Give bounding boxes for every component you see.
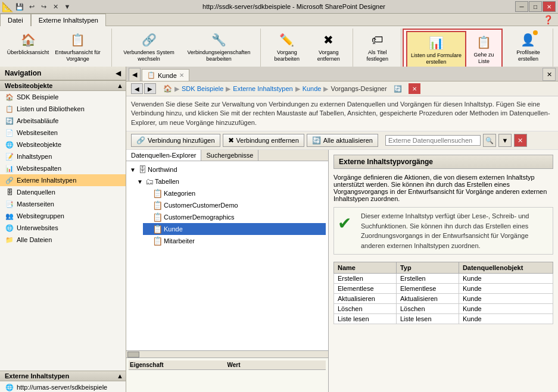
- search-btn[interactable]: 🔍: [483, 134, 496, 147]
- verbindungseig-btn[interactable]: 🔧 Verbindungseigenschaften bearbeiten: [182, 29, 255, 64]
- alle-aktualisieren-btn[interactable]: 🔄 Alle aktualisieren: [307, 134, 378, 147]
- profilseite-btn[interactable]: 👤 Profilseite erstellen: [509, 29, 548, 64]
- verbindung-hinzufuegen-btn[interactable]: 🔗 Verbindung hinzufügen: [131, 134, 220, 147]
- uberblicksansicht-btn[interactable]: 🏠 Überblicksansicht: [10, 29, 46, 58]
- verbindung-entfernen-btn[interactable]: ✖ Verbindung entfernen: [223, 134, 304, 147]
- sidebar-item-websiteobjekte[interactable]: 🌐 Websiteobjekte: [0, 139, 126, 150]
- breadcrumb-refresh-btn[interactable]: 🔄: [392, 83, 404, 94]
- vorgang-entf-btn[interactable]: ✖ Vorgang entfernen: [310, 29, 348, 64]
- ds-kunde[interactable]: ▶ 📋 Kunde: [143, 223, 326, 235]
- sidebar-item-umas[interactable]: 🌐 http://umas-server/sdkbeispiele: [0, 381, 126, 392]
- sidebar-item-alle-dateien[interactable]: 📁 Alle Dateien: [0, 234, 126, 246]
- forward-btn[interactable]: ▶: [144, 83, 156, 94]
- verbindung-hinzufuegen-label: Verbindung hinzufügen: [148, 137, 215, 144]
- sidebar-item-unterwebsites[interactable]: 🌐 Unterwebsites: [0, 222, 126, 234]
- col-typ: Typ: [396, 262, 459, 274]
- table-cell: Löschen: [396, 304, 459, 314]
- search-clear-btn[interactable]: ✕: [514, 134, 527, 147]
- website-section-header[interactable]: Websiteobjekte ▲: [0, 80, 126, 91]
- property-area: Eigenschaft Wert: [126, 357, 328, 392]
- entwurfsansicht-btn[interactable]: 📋 Entwurfsansicht für Vorgänge: [49, 29, 107, 64]
- masterseiten-icon: 📑: [5, 199, 14, 209]
- sidebar-item-sdk[interactable]: 🏠 SDK Beispiele: [0, 91, 126, 103]
- back-btn[interactable]: ◀: [131, 83, 143, 94]
- website-section-label: Websiteobjekte: [5, 82, 53, 89]
- vorgang-bear-btn[interactable]: ✏️ Vorgang bearbeiten: [267, 29, 307, 64]
- close-all-btn[interactable]: ✕: [543, 68, 556, 81]
- verbundenes-system-label: Verbundenes System wechseln: [121, 49, 177, 62]
- externe-section-collapse[interactable]: ▲: [117, 372, 123, 380]
- search-input[interactable]: [385, 135, 481, 146]
- search-nav-down[interactable]: ▼: [498, 134, 512, 147]
- als-titel-btn[interactable]: 🏷 Als Titel festlegen: [359, 29, 396, 64]
- sidebar-item-datenquellen[interactable]: 🗄 Datenquellen: [0, 186, 126, 198]
- cancel-btn[interactable]: ✕: [50, 1, 61, 12]
- ds-customer-customer-demo[interactable]: ▶ 📋 CustomerCustomerDemo: [143, 199, 326, 211]
- sidebar-item-arbeitsablaeufe[interactable]: 🔄 Arbeitsabläufe: [0, 115, 126, 127]
- inhaltstypen-label: Inhaltstypen: [17, 153, 52, 160]
- back-tab-btn[interactable]: ◀: [129, 68, 141, 81]
- northwind-expand[interactable]: ▼: [130, 167, 137, 173]
- verbindung-add-icon: 🔗: [136, 136, 145, 145]
- verbundenes-system-btn[interactable]: 🔗 Verbundenes System wechseln: [118, 29, 180, 64]
- table-row[interactable]: ElementleseElementleseKunde: [334, 284, 553, 294]
- table-row[interactable]: Liste lesenListe lesenKunde: [334, 314, 553, 324]
- undo-btn[interactable]: ↩: [26, 1, 37, 12]
- breadcrumb-kunde[interactable]: Kunde: [303, 85, 322, 92]
- website-section-collapse[interactable]: ▲: [117, 82, 123, 89]
- table-row[interactable]: ErstellenErstellenKunde: [334, 274, 553, 284]
- maximize-btn[interactable]: □: [529, 1, 542, 12]
- more-btn[interactable]: ▼: [62, 1, 73, 12]
- sidebar-item-websitespalten[interactable]: 📊 Websitespalten: [0, 162, 126, 174]
- close-btn[interactable]: ✕: [543, 1, 556, 12]
- sidebar-item-listen[interactable]: 📋 Listen und Bibliotheken: [0, 103, 126, 115]
- umas-label: http://umas-server/sdkbeispiele: [17, 384, 107, 391]
- ds-root-northwind[interactable]: ▼ 🗄 Northwind: [129, 164, 326, 175]
- ds-mitarbeiter[interactable]: ▶ 📋 Mitarbeiter: [143, 235, 326, 247]
- ds-tab-explorer[interactable]: Datenquellen-Explorer: [126, 150, 201, 161]
- table-row[interactable]: AktualisierenAktualisierenKunde: [334, 294, 553, 304]
- table-row[interactable]: LöschenLöschenKunde: [334, 304, 553, 314]
- breadcrumb-externe[interactable]: Externe Inhaltstypen: [233, 85, 292, 92]
- doc-tab-kunde[interactable]: 📋 Kunde ✕: [142, 69, 189, 81]
- panel-collapse-btn[interactable]: ◀: [116, 69, 121, 77]
- profilseite-icon: 👤: [519, 30, 538, 49]
- col-name: Name: [334, 262, 397, 274]
- tab-datei[interactable]: Datei: [0, 14, 31, 26]
- sidebar-item-inhaltstypen[interactable]: 📝 Inhaltstypen: [0, 150, 126, 162]
- external-description: Vorgänge definieren die Aktionen, die vo…: [333, 174, 553, 202]
- doc-tab-close[interactable]: ✕: [179, 72, 184, 79]
- save-btn[interactable]: 💾: [14, 1, 25, 12]
- listen-formulare-btn[interactable]: 📊 Listen und Formulare erstellen: [406, 31, 466, 68]
- sdk-label: SDK Beispiele: [17, 93, 58, 101]
- vorgang-bear-icon: ✏️: [278, 30, 297, 49]
- breadcrumb-nav: ◀ ▶: [131, 83, 156, 94]
- sidebar-item-masterseiten[interactable]: 📑 Masterseiten: [0, 198, 126, 210]
- ds-kategorien[interactable]: ▶ 📋 Kategorien: [143, 187, 326, 199]
- help-btn[interactable]: ❓: [543, 15, 553, 24]
- h-scrollbar[interactable]: [126, 350, 328, 357]
- vorgang-buttons: ✏️ Vorgang bearbeiten ✖ Vorgang entferne…: [267, 29, 348, 64]
- breadcrumb-close-btn[interactable]: ✕: [409, 83, 420, 94]
- sidebar-item-externe[interactable]: 🔗 Externe Inhaltstypen: [0, 174, 126, 186]
- tab-externe[interactable]: Externe Inhaltstypen: [31, 14, 106, 26]
- listen-buttons: 📊 Listen und Formulare erstellen 📋 Gehe …: [406, 31, 499, 68]
- redo-btn[interactable]: ↪: [38, 1, 49, 12]
- sidebar-item-websiteseiten[interactable]: 📄 Websiteseiten: [0, 127, 126, 139]
- ds-tab-search[interactable]: Suchergebnisse: [201, 150, 258, 161]
- minimize-btn[interactable]: ─: [515, 1, 528, 12]
- gehe-zu-liste-btn[interactable]: 📋 Gehe zu Liste: [469, 31, 499, 67]
- check-icon: ✔: [338, 214, 351, 233]
- breadcrumb-sdk[interactable]: SDK Beispiele: [182, 85, 223, 92]
- breadcrumb-current: Vorgangs-Designer: [331, 85, 386, 92]
- h-scrollbar-thumb[interactable]: [127, 352, 139, 357]
- tabellen-expand[interactable]: ▼: [137, 178, 144, 185]
- tabellen-icon: 🗂: [145, 177, 154, 186]
- externe-section-header[interactable]: Externe Inhaltstypen ▲: [0, 371, 126, 381]
- sidebar-item-websitegruppen[interactable]: 👥 Websitegruppen: [0, 210, 126, 222]
- ds-tabellen[interactable]: ▼ 🗂 Tabellen: [136, 175, 326, 187]
- operations-info-box: ✔ Dieser externe Inhaltstyp verfügt über…: [333, 207, 553, 255]
- unterwebsites-label: Unterwebsites: [17, 224, 58, 231]
- doc-tab-icon: 📋: [147, 71, 155, 79]
- ds-customer-demographics[interactable]: ▶ 📋 CustomerDemographics: [143, 211, 326, 223]
